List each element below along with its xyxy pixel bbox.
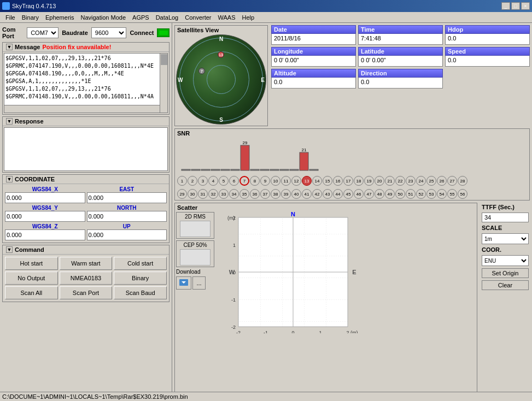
snr-sat-12: 12 <box>291 176 301 186</box>
coord-field-wgs84x: WGS84_X <box>5 186 85 203</box>
scroll-thumb[interactable] <box>161 54 167 65</box>
snr-sat-50: 50 <box>395 189 405 199</box>
svg-rect-1 <box>182 169 190 170</box>
left-panel: Com Port COM7 Baudrate 9600 Connect ▼ Me… <box>0 23 172 401</box>
coord-field-east: EAST <box>87 186 167 203</box>
coord-input-north[interactable] <box>87 211 167 222</box>
snr-sat-2: 2 <box>188 176 197 186</box>
coordinate-collapse[interactable]: ▼ <box>6 176 13 182</box>
menu-datalog[interactable]: DataLog <box>153 13 182 22</box>
scatter-download-btns: ... <box>176 276 214 290</box>
menu-converter[interactable]: Converter <box>182 13 214 22</box>
scatter-download-label: Download <box>176 269 200 275</box>
coord-field-wgs84z: WGS84_Z <box>5 223 85 240</box>
scatter-browse-btn[interactable]: ... <box>192 276 206 290</box>
coor-select[interactable]: ENU ECEF <box>482 255 529 266</box>
coord-input-wgs84y[interactable] <box>5 211 85 222</box>
menu-waas[interactable]: WAAS <box>215 13 239 22</box>
snr-sat-4: 4 <box>208 176 218 186</box>
coord-label-east: EAST <box>87 186 167 192</box>
menu-binary[interactable]: Binary <box>19 13 42 22</box>
sat-dot-13: 13 <box>218 51 224 58</box>
satellite-view-container: Satellites View N S W E 13 13 <box>174 25 268 126</box>
snr-sat-1: 1 <box>177 176 187 186</box>
coordinate-title: COORDINATE <box>15 176 55 182</box>
status-bar: C:\DOCUME~1\ADMINI~1\LOCALS~1\Temp\Rar$E… <box>0 392 532 401</box>
svg-rect-11 <box>270 169 279 170</box>
menu-file[interactable]: File <box>2 13 19 22</box>
cmd-btn-scan-all[interactable]: Scan All <box>5 286 58 299</box>
coord-label-up: UP <box>87 223 167 229</box>
clear-button[interactable]: Clear <box>482 280 529 290</box>
comport-label: Com Port <box>2 26 24 39</box>
ttff-value: 34 <box>482 213 529 222</box>
coord-input-wgs84z[interactable] <box>5 229 85 240</box>
message-collapse[interactable]: ▼ <box>6 44 13 50</box>
cmd-btn-warm-start[interactable]: Warm start <box>60 257 113 270</box>
cmd-btn-scan-baud[interactable]: Scan Baud <box>114 286 167 299</box>
time-field: Time 7:41:48 <box>358 25 443 45</box>
scatter-title: Scatter <box>176 204 476 212</box>
altitude-value: 0.0 <box>271 78 356 89</box>
speed-value: 0.0 <box>445 56 530 67</box>
svg-text:21: 21 <box>302 148 307 152</box>
scatter-download-icon-btn[interactable] <box>176 276 191 290</box>
command-grid: Hot startWarm startCold startNo OutputNM… <box>3 255 169 302</box>
cmd-btn-hot-start[interactable]: Hot start <box>5 257 58 270</box>
menu-bar: File Binary Ephemeris Navigation Mode AG… <box>0 12 532 23</box>
svg-text:-1: -1 <box>264 330 268 333</box>
scatter-left: 2D RMS CEP 50% Download <box>176 212 214 333</box>
sat-label-n: N <box>219 36 223 42</box>
altitude-field: Altitude 0.0 <box>271 69 356 89</box>
svg-text:29: 29 <box>243 140 248 145</box>
snr-sat-24: 24 <box>416 176 426 186</box>
snr-section: SNR 2921 1234567891011121314151617181920… <box>174 128 530 200</box>
snr-sat-34: 34 <box>229 189 239 199</box>
main-content: Com Port COM7 Baudrate 9600 Connect ▼ Me… <box>0 23 532 401</box>
command-collapse[interactable]: ▼ <box>6 246 13 253</box>
baudrate-select[interactable]: 9600 <box>91 27 127 38</box>
snr-sat-3: 3 <box>198 176 208 186</box>
globe-inner-ring <box>207 65 236 94</box>
message-scrollbar-h[interactable] <box>4 105 160 113</box>
scatter-plot-area: 2 1 0 -1 -2 -2 -1 0 1 2 (m) <box>217 212 476 333</box>
longitude-field: Longitude 0 0' 0.00" <box>271 47 356 67</box>
satellite-view-title: Satellites View <box>176 27 266 34</box>
snr-sat-21: 21 <box>385 176 395 186</box>
snr-sat-10: 10 <box>271 176 280 186</box>
menu-help[interactable]: Help <box>239 13 258 22</box>
menu-agps[interactable]: AGPS <box>129 13 153 22</box>
menu-navigation-mode[interactable]: Navigation Mode <box>78 13 130 22</box>
coord-input-wgs84x[interactable] <box>5 192 85 203</box>
snr-sat-17: 17 <box>343 176 353 186</box>
cmd-btn-scan-port[interactable]: Scan Port <box>60 286 113 299</box>
message-area: $GPGSV,1,1,02,07,,,29,13,,,21*76 $GPRMC,… <box>4 53 168 113</box>
menu-ephemeris[interactable]: Ephemeris <box>42 13 78 22</box>
speed-label: Speed <box>445 47 530 56</box>
minimize-button[interactable]: _ <box>501 2 510 10</box>
snr-sat-15: 15 <box>323 176 332 186</box>
baudrate-label: Baudrate <box>62 30 88 36</box>
svg-text:E: E <box>352 269 356 275</box>
scale-select[interactable]: 1m 5m 10m 50m 100m <box>482 233 529 244</box>
scatter-2drms-btn[interactable]: 2D RMS <box>176 212 214 239</box>
connect-label: Connect <box>130 30 154 36</box>
set-origin-button[interactable]: Set Origin <box>482 268 529 278</box>
time-label: Time <box>358 25 443 34</box>
maximize-button[interactable]: □ <box>511 2 520 10</box>
cmd-btn-no-output[interactable]: No Output <box>5 272 58 285</box>
message-scrollbar-v[interactable] <box>160 54 167 113</box>
response-collapse[interactable]: ▼ <box>6 118 13 125</box>
cmd-btn-nmea0183[interactable]: NMEA0183 <box>60 272 113 285</box>
connect-indicator[interactable] <box>157 28 169 37</box>
coord-input-east[interactable] <box>87 192 167 203</box>
cmd-btn-cold-start[interactable]: Cold start <box>114 257 167 270</box>
coord-input-up[interactable] <box>87 229 167 240</box>
scatter-cep-btn[interactable]: CEP 50% <box>176 240 214 267</box>
coordinate-header: ▼ COORDINATE <box>3 175 169 184</box>
comport-select[interactable]: COM7 <box>27 27 59 38</box>
snr-sat-25: 25 <box>426 176 436 186</box>
svg-text:2: 2 <box>346 330 349 333</box>
close-button[interactable]: × <box>521 2 530 10</box>
cmd-btn-binary[interactable]: Binary <box>114 272 167 285</box>
